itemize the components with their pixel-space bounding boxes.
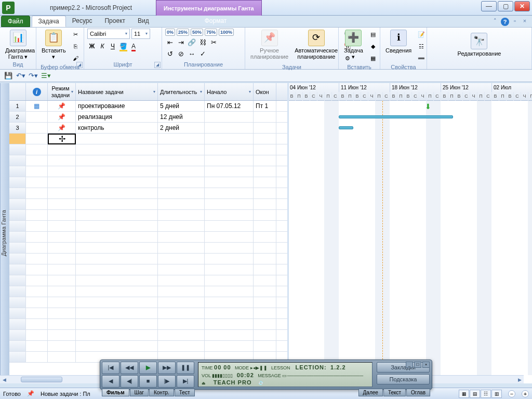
cell-mode[interactable] xyxy=(48,352,76,362)
day-header[interactable]: П xyxy=(477,92,484,101)
cell-name[interactable] xyxy=(76,177,158,188)
view-btn-2[interactable]: ▤ xyxy=(470,390,480,398)
cell-mode[interactable] xyxy=(48,254,76,264)
cell-finish[interactable] xyxy=(254,188,276,198)
table-row[interactable] xyxy=(9,166,287,177)
cell-mode[interactable] xyxy=(48,199,76,209)
cell-start[interactable] xyxy=(205,264,254,275)
cell-duration[interactable] xyxy=(158,341,205,351)
cell-duration[interactable] xyxy=(158,297,205,308)
gantt-bar[interactable] xyxy=(339,126,353,129)
deliverable-button[interactable]: ▦ xyxy=(367,52,379,64)
table-row[interactable] xyxy=(9,286,287,297)
active-cell[interactable]: ✢ xyxy=(48,134,76,144)
close-button[interactable]: ✕ xyxy=(514,1,530,11)
tab-project[interactable]: Проект xyxy=(98,16,131,27)
cell-indicator[interactable] xyxy=(26,123,48,133)
row-header[interactable] xyxy=(9,275,26,286)
tab-resource[interactable]: Ресурс xyxy=(66,16,99,27)
row-header[interactable] xyxy=(9,188,26,198)
clipboard-dialog-launcher[interactable]: ◢ xyxy=(76,62,83,68)
row-header[interactable]: 1 xyxy=(9,101,26,111)
update-button[interactable]: ✓ xyxy=(198,49,207,59)
table-row[interactable] xyxy=(9,264,287,275)
cell-indicator[interactable]: ▦ xyxy=(26,101,48,111)
minimize-button[interactable]: — xyxy=(481,1,497,11)
move-button[interactable]: ↔ xyxy=(187,49,196,59)
player-stop-button[interactable]: ■ xyxy=(139,375,157,388)
cell-name[interactable]: проектирование xyxy=(76,101,158,111)
tab-view[interactable]: Вид xyxy=(131,16,155,27)
cell-finish[interactable] xyxy=(254,330,276,340)
tab-task[interactable]: Задача xyxy=(32,16,66,27)
cell-mode[interactable] xyxy=(48,297,76,308)
unlink-tasks-button[interactable]: ⛓ xyxy=(198,38,207,47)
pct-100-button[interactable]: 100% xyxy=(219,29,234,36)
cell-duration[interactable] xyxy=(158,221,205,231)
player-min-button[interactable]: _ xyxy=(406,362,413,368)
cell-finish[interactable] xyxy=(254,308,276,318)
row-header[interactable] xyxy=(9,341,26,351)
player-rewind-button[interactable]: ◀◀ xyxy=(121,362,138,374)
paste-button[interactable]: 📋 Вставить ▾ xyxy=(39,29,68,61)
cell-finish[interactable] xyxy=(254,286,276,297)
row-header[interactable] xyxy=(9,352,26,362)
cell-mode[interactable]: 📌 xyxy=(48,123,76,133)
cell-finish[interactable] xyxy=(254,112,276,122)
cell-finish[interactable] xyxy=(254,210,276,220)
auto-schedule-button[interactable]: ⟳ Автоматическое планирование xyxy=(292,29,340,61)
cell-finish[interactable] xyxy=(254,275,276,286)
cell-start[interactable] xyxy=(205,286,254,297)
cell-duration[interactable] xyxy=(158,254,205,264)
bold-button[interactable]: Ж xyxy=(87,42,97,51)
row-header[interactable] xyxy=(9,221,26,231)
pct-75-button[interactable]: 75% xyxy=(205,29,217,36)
cell-finish[interactable]: Пт 1 xyxy=(254,101,276,111)
cell-mode[interactable] xyxy=(48,177,76,188)
cell-duration[interactable] xyxy=(158,166,205,177)
tab-file[interactable]: Файл xyxy=(1,16,30,27)
gantt-milestone-icon[interactable]: ⬇ xyxy=(425,103,431,110)
zoom-out-button[interactable]: − xyxy=(508,390,515,397)
cell-name[interactable] xyxy=(76,275,158,286)
day-header[interactable]: П xyxy=(397,92,404,101)
player-next-button[interactable]: Далее xyxy=(358,389,383,396)
cell-mode[interactable] xyxy=(48,188,76,198)
cell-indicator[interactable] xyxy=(26,210,48,220)
help-icon[interactable]: ? xyxy=(501,18,509,26)
player-step-fwd-button[interactable]: |▶ xyxy=(158,375,176,388)
day-header[interactable]: П xyxy=(375,92,382,101)
player-pause-button[interactable]: ❚❚ xyxy=(177,362,194,374)
table-row[interactable] xyxy=(9,243,287,254)
player-prev-chapter-button[interactable]: |◀ xyxy=(102,362,119,374)
table-row[interactable]: 2📌реализация12 дней xyxy=(9,112,287,123)
cell-start[interactable] xyxy=(205,112,254,122)
day-header[interactable]: П xyxy=(295,92,302,101)
cell-finish[interactable] xyxy=(254,177,276,188)
maximize-button[interactable]: ▢ xyxy=(498,1,513,11)
table-row[interactable]: 3📌контроль2 дней xyxy=(9,123,287,134)
fill-color-button[interactable]: 🪣 xyxy=(118,42,128,51)
day-header[interactable]: С xyxy=(382,92,390,101)
cell-finish[interactable] xyxy=(254,155,276,166)
day-header[interactable]: П xyxy=(426,92,433,101)
cell-indicator[interactable] xyxy=(26,297,48,308)
day-header[interactable]: В xyxy=(289,92,295,101)
row-header[interactable]: 3 xyxy=(9,123,26,133)
row-header[interactable] xyxy=(9,144,26,155)
cell-name[interactable]: контроль xyxy=(76,123,158,133)
cell-name[interactable] xyxy=(76,155,158,166)
pct-25-button[interactable]: 25% xyxy=(177,29,189,36)
player-text-button[interactable]: Текст xyxy=(383,389,406,396)
day-header[interactable]: В xyxy=(506,92,513,101)
cell-indicator[interactable] xyxy=(26,275,48,286)
cell-mode[interactable] xyxy=(48,155,76,166)
pct-50-button[interactable]: 50% xyxy=(191,29,203,36)
row-header[interactable] xyxy=(9,243,26,253)
save-button[interactable]: 💾 xyxy=(3,71,14,81)
week-header[interactable]: 18 Июн '12 xyxy=(390,83,441,92)
tutor-player[interactable]: _ □ × |◀ ◀◀ ▶ ▶▶ ❚❚ ◀ ◀| ■ |▶ ▶| TIME 00… xyxy=(100,360,432,390)
cell-duration[interactable] xyxy=(158,210,205,220)
sheet-scroll-thumb[interactable] xyxy=(21,377,62,382)
cell-start[interactable] xyxy=(205,308,254,318)
